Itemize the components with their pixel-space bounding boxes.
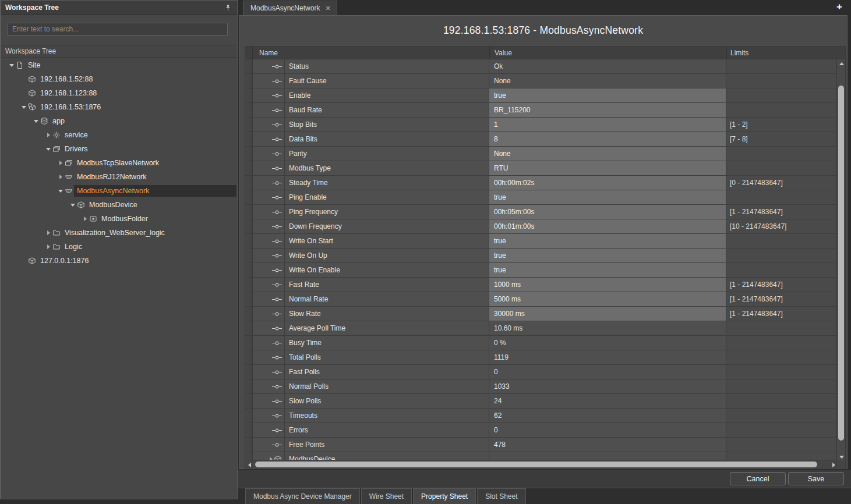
- column-header-limits[interactable]: Limits: [727, 47, 838, 59]
- property-limits: [10 - 2147483647]: [726, 219, 837, 234]
- property-value[interactable]: 5000 ms: [489, 292, 726, 307]
- chevron-down-icon[interactable]: [8, 61, 16, 69]
- tree-item-site[interactable]: Site: [1, 58, 237, 72]
- tree-item-app[interactable]: app: [1, 114, 237, 128]
- slot-icon: [272, 224, 282, 229]
- chevron-down-icon[interactable]: [32, 117, 40, 125]
- tree-item-logic[interactable]: Logic: [1, 240, 237, 254]
- property-value[interactable]: None: [489, 147, 726, 161]
- row-header-cell[interactable]: [245, 350, 253, 365]
- chevron-right-icon[interactable]: [44, 229, 52, 237]
- chevron-right-icon[interactable]: [57, 159, 65, 167]
- tree-item-service[interactable]: service: [1, 128, 237, 142]
- tree-item-192-168-1-53-1876[interactable]: 192.168.1.53:1876: [1, 100, 237, 114]
- tree-item-192-168-1-52-88[interactable]: 192.168.1.52:88: [1, 72, 237, 86]
- row-header-cell[interactable]: [245, 176, 253, 190]
- chevron-right-icon[interactable]: [81, 215, 89, 223]
- search-input[interactable]: [8, 23, 228, 36]
- property-value[interactable]: 00h:00m:02s: [489, 176, 726, 190]
- chevron-right-icon[interactable]: [57, 173, 65, 181]
- property-value[interactable]: 00h:01m:00s: [489, 219, 726, 234]
- vertical-scroll-thumb[interactable]: [838, 86, 844, 441]
- tree-item-label: app: [50, 115, 236, 127]
- row-header-cell[interactable]: [245, 394, 253, 409]
- save-button[interactable]: Save: [788, 472, 844, 485]
- view-tab-slot-sheet[interactable]: Slot Sheet: [477, 488, 525, 504]
- row-header-cell[interactable]: [245, 263, 253, 278]
- close-icon[interactable]: ✕: [325, 5, 330, 12]
- column-header-name[interactable]: Name: [253, 47, 490, 59]
- row-header-cell[interactable]: [245, 118, 253, 132]
- row-header-cell[interactable]: [245, 438, 253, 452]
- horizontal-scroll-thumb[interactable]: [255, 462, 817, 467]
- tab-modbus-async-network[interactable]: ModbusAsyncNetwork ✕: [243, 1, 337, 15]
- slot-icon: [272, 122, 282, 127]
- row-header-cell[interactable]: [245, 336, 253, 350]
- property-limits: [726, 336, 837, 350]
- property-value[interactable]: BR_115200: [489, 103, 726, 118]
- row-header-cell[interactable]: [245, 205, 253, 219]
- chevron-down-icon[interactable]: [44, 145, 52, 153]
- tree-item-drivers[interactable]: Drivers: [1, 142, 237, 156]
- scroll-left-button[interactable]: [245, 460, 253, 470]
- tree-item-modbusdevice[interactable]: ModbusDevice: [1, 198, 237, 212]
- row-header-cell[interactable]: [245, 103, 253, 118]
- chevron-right-icon[interactable]: [44, 131, 52, 139]
- row-header-cell[interactable]: [245, 292, 253, 307]
- row-header-cell[interactable]: [245, 365, 253, 379]
- row-header-cell[interactable]: [245, 88, 253, 103]
- row-header-cell[interactable]: [245, 249, 253, 263]
- tree-item-192-168-1-123-88[interactable]: 192.168.1.123:88: [1, 86, 237, 100]
- chevron-down-icon[interactable]: [20, 103, 28, 111]
- property-value[interactable]: 1: [489, 118, 726, 132]
- add-tab-icon[interactable]: +: [834, 1, 845, 13]
- horizontal-scrollbar[interactable]: [245, 460, 838, 469]
- property-name: Enable: [285, 91, 310, 100]
- row-header-cell[interactable]: [245, 423, 253, 438]
- scroll-up-button[interactable]: [837, 59, 846, 68]
- row-header-cell[interactable]: [245, 278, 253, 292]
- row-header-cell[interactable]: [245, 321, 253, 336]
- view-tab-wire-sheet[interactable]: Wire Sheet: [361, 488, 412, 504]
- row-header-cell[interactable]: [245, 219, 253, 234]
- row-header-cell[interactable]: [245, 234, 253, 249]
- vertical-scrollbar[interactable]: [836, 59, 845, 461]
- column-header-value[interactable]: Value: [490, 47, 727, 59]
- row-header-cell[interactable]: [245, 161, 253, 176]
- row-header-cell[interactable]: [245, 379, 253, 394]
- view-tab-property-sheet[interactable]: Property Sheet: [413, 488, 476, 504]
- row-header-cell[interactable]: [245, 132, 253, 147]
- slot-icon: [272, 239, 282, 244]
- property-row: Fault CauseNone: [245, 74, 838, 88]
- property-value[interactable]: true: [489, 249, 726, 263]
- property-value[interactable]: true: [489, 263, 726, 278]
- row-header-cell[interactable]: [245, 147, 253, 161]
- property-value[interactable]: 00h:05m:00s: [489, 205, 726, 219]
- property-value[interactable]: true: [489, 190, 726, 205]
- database-icon: [40, 117, 50, 125]
- row-header-cell[interactable]: [245, 190, 253, 205]
- row-header-cell[interactable]: [245, 74, 253, 88]
- tree-item-modbusfolder[interactable]: ModbusFolder: [1, 212, 237, 226]
- property-value[interactable]: true: [489, 88, 726, 103]
- row-header-cell[interactable]: [245, 307, 253, 321]
- chevron-down-icon[interactable]: [69, 201, 77, 209]
- property-value[interactable]: true: [489, 234, 726, 249]
- row-header-cell[interactable]: [245, 409, 253, 423]
- view-tab-modbus-async-device-manager[interactable]: Modbus Async Device Manager: [245, 488, 360, 504]
- tree-item-visualization-webserver-logic[interactable]: Visualization_WebServer_logic: [1, 226, 237, 240]
- cancel-button[interactable]: Cancel: [730, 472, 786, 485]
- tree-item-modbustcpslavenetwork[interactable]: ModbusTcpSlaveNetwork: [1, 156, 237, 170]
- folder-item-icon: [89, 215, 98, 223]
- property-value[interactable]: 1000 ms: [489, 278, 726, 292]
- pin-icon[interactable]: [223, 3, 232, 12]
- property-value[interactable]: RTU: [489, 161, 726, 176]
- row-header-cell[interactable]: [245, 59, 253, 74]
- property-value[interactable]: 30000 ms: [489, 307, 726, 321]
- chevron-right-icon[interactable]: [44, 243, 52, 251]
- property-value[interactable]: 8: [489, 132, 726, 147]
- tree-item-modbusasyncnetwork[interactable]: ModbusAsyncNetwork: [1, 184, 237, 198]
- tree-item-127-0-0-1-1876[interactable]: 127.0.0.1:1876: [1, 254, 237, 268]
- chevron-down-icon[interactable]: [57, 187, 65, 195]
- tree-item-modbusrj12network[interactable]: ModbusRJ12Network: [1, 170, 237, 184]
